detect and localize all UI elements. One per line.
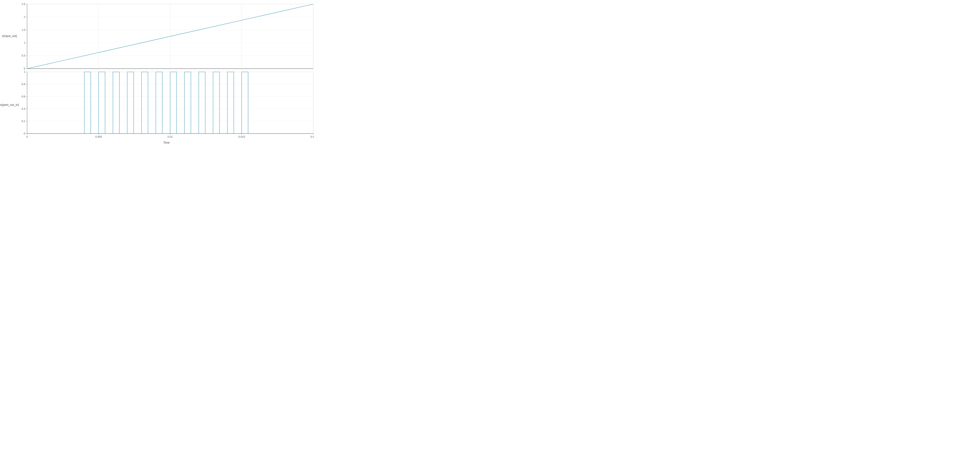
chart-row-2: v(pwm_out_in) 00.20.40.60.8100.0050.010.… [0, 70, 314, 140]
svg-text:0.5: 0.5 [22, 54, 25, 57]
svg-text:0.8: 0.8 [22, 83, 25, 86]
ylabel-2: v(pwm_out_in) [0, 70, 19, 140]
ylabel-2-text: v(pwm_out_in) [0, 103, 19, 106]
chart-row-1: v(input_out) 00.511.522.5 [0, 2, 314, 70]
x-axis-label-text: Time [163, 141, 170, 144]
svg-text:0.2: 0.2 [22, 120, 25, 123]
svg-text:1: 1 [24, 70, 25, 74]
svg-text:0.4: 0.4 [22, 107, 25, 110]
svg-text:0.015: 0.015 [238, 135, 245, 138]
ylabel-1-text: v(input_out) [2, 34, 17, 38]
svg-text:0: 0 [24, 132, 25, 135]
chart-container: v(input_out) 00.511.522.5 v(pwm_out_in) … [0, 0, 316, 149]
svg-text:0: 0 [24, 67, 25, 70]
svg-text:2: 2 [24, 15, 25, 19]
svg-text:0.6: 0.6 [22, 95, 25, 98]
ylabel-1: v(input_out) [0, 2, 19, 70]
x-axis-label: Time [19, 141, 314, 144]
svg-text:1: 1 [24, 41, 25, 44]
svg-text:0.01: 0.01 [167, 135, 173, 138]
svg-text:1.5: 1.5 [22, 28, 25, 32]
svg-text:0.005: 0.005 [95, 135, 102, 138]
svg-text:0.02: 0.02 [310, 135, 314, 138]
chart-1[interactable]: 00.511.522.5 [19, 2, 314, 70]
svg-text:2.5: 2.5 [22, 2, 25, 6]
svg-text:0: 0 [26, 135, 28, 138]
chart-2[interactable]: 00.20.40.60.8100.0050.010.0150.02 [19, 70, 314, 140]
